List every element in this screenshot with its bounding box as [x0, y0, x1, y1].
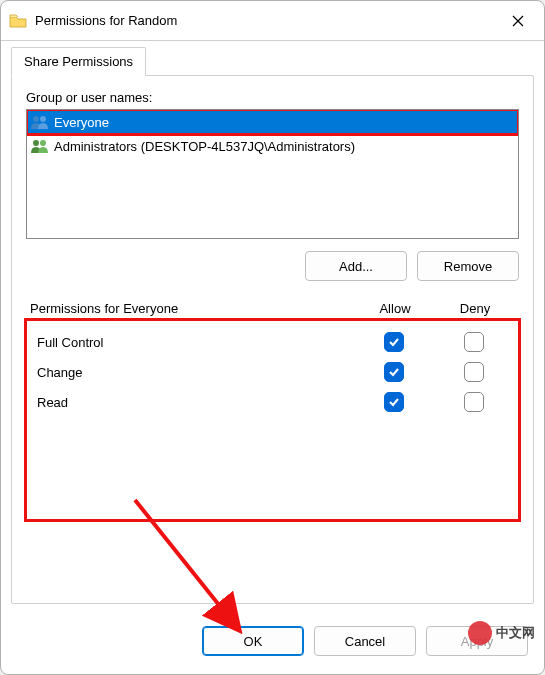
titlebar: Permissions for Random [1, 1, 544, 41]
ok-button[interactable]: OK [202, 626, 304, 656]
dialog-footer: OK Cancel Apply [1, 612, 544, 674]
allow-full-control-checkbox[interactable] [384, 332, 404, 352]
tab-pane: Group or user names: Everyone Administra… [11, 75, 534, 604]
user-button-row: Add... Remove [26, 251, 519, 281]
tab-share-permissions[interactable]: Share Permissions [11, 47, 146, 76]
permissions-for-label: Permissions for Everyone [30, 301, 355, 316]
apply-button[interactable]: Apply [426, 626, 528, 656]
permissions-table: Full Control Change Read [26, 320, 519, 520]
content-area: Share Permissions Group or user names: E… [1, 41, 544, 612]
list-item-everyone[interactable]: Everyone [27, 110, 518, 134]
deny-full-control-checkbox[interactable] [464, 332, 484, 352]
allow-read-checkbox[interactable] [384, 392, 404, 412]
deny-column-header: Deny [435, 301, 515, 316]
list-item-label: Everyone [54, 115, 109, 130]
list-item-administrators[interactable]: Administrators (DESKTOP-4L537JQ\Administ… [27, 134, 518, 158]
users-icon [30, 138, 50, 154]
permissions-dialog: Permissions for Random Share Permissions… [0, 0, 545, 675]
deny-read-checkbox[interactable] [464, 392, 484, 412]
svg-point-1 [40, 116, 46, 122]
permissions-header: Permissions for Everyone Allow Deny [26, 301, 519, 320]
list-item-label: Administrators (DESKTOP-4L537JQ\Administ… [54, 139, 355, 154]
users-icon [30, 114, 50, 130]
perm-row-change: Change [31, 357, 514, 387]
folder-icon [9, 14, 27, 28]
user-listbox[interactable]: Everyone Administrators (DESKTOP-4L537JQ… [26, 109, 519, 239]
svg-point-0 [33, 116, 39, 122]
cancel-button[interactable]: Cancel [314, 626, 416, 656]
add-button[interactable]: Add... [305, 251, 407, 281]
perm-name: Read [37, 395, 354, 410]
deny-change-checkbox[interactable] [464, 362, 484, 382]
group-user-label: Group or user names: [26, 90, 519, 105]
close-button[interactable] [500, 6, 536, 36]
allow-change-checkbox[interactable] [384, 362, 404, 382]
remove-button[interactable]: Remove [417, 251, 519, 281]
perm-name: Change [37, 365, 354, 380]
perm-row-full-control: Full Control [31, 327, 514, 357]
svg-point-3 [40, 140, 46, 146]
tab-strip: Share Permissions [11, 47, 534, 76]
perm-row-read: Read [31, 387, 514, 417]
svg-point-2 [33, 140, 39, 146]
allow-column-header: Allow [355, 301, 435, 316]
window-title: Permissions for Random [35, 13, 500, 28]
perm-name: Full Control [37, 335, 354, 350]
